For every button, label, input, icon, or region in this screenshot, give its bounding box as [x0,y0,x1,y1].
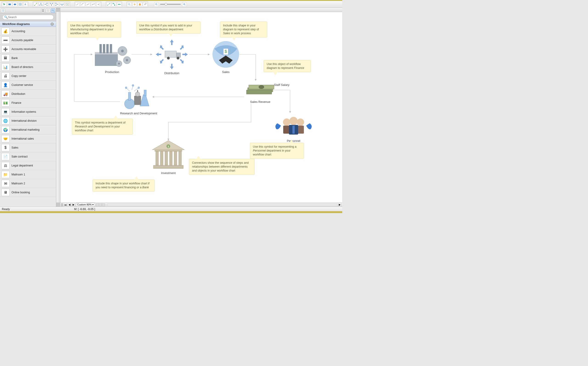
split-connector[interactable] [96,2,101,7]
list-view-button[interactable] [46,8,50,13]
callout-finance[interactable]: Use this object of workflow diagram to r… [264,60,311,72]
node-sales[interactable]: $ Sales [210,39,242,74]
library-title-bar[interactable]: Workflow diagrams × [0,21,56,27]
svg-rect-19 [55,3,56,3]
stencil-item[interactable]: 💻Information systems [0,107,56,116]
stencil-item[interactable]: 🏛Bank [0,54,56,63]
canvas[interactable]: Production [61,12,342,203]
table-tool[interactable] [18,2,23,7]
ellipse-tool[interactable] [13,2,17,7]
stencil-item[interactable]: 🖨Copy center [0,72,56,81]
smart-connector-1[interactable] [106,2,111,7]
node-label: Sales Revenue [250,100,270,104]
zoom-thumb[interactable] [165,3,167,6]
splitter-handle[interactable] [61,203,63,206]
svg-point-83 [135,92,140,96]
node-rnd[interactable]: Research and Development [120,83,157,115]
main-toolbar: A [0,1,342,8]
callout-connectors[interactable]: Connectors show the sequence of steps an… [189,159,254,175]
tree-tool-2[interactable] [44,2,48,7]
svg-point-85 [125,87,127,89]
stencil-item[interactable]: 💵Finance [0,99,56,107]
stencil-label: Legal department [11,164,33,167]
svg-rect-98 [292,126,295,134]
svg-rect-0 [8,3,11,5]
stencil-item[interactable]: 🌐International division [0,116,56,125]
scroll-right-button[interactable]: ▶ [338,203,341,206]
stencil-item[interactable]: ➕Accounts receivable [0,45,56,54]
svg-rect-13 [47,3,48,3]
stencil-item[interactable]: 👤Customer service [0,81,56,90]
line-connector[interactable] [75,2,80,7]
node-production[interactable]: Production [92,39,132,74]
callout-sales[interactable]: Include this shape in your diagram to re… [220,22,267,38]
first-page-button[interactable]: ⏮ [64,203,67,206]
stencil-label: Accounting [11,30,25,33]
orthogonal-connector[interactable] [91,2,96,7]
pan-tool[interactable] [132,2,137,7]
callout-distribution[interactable]: Use this symbol if you want to add in yo… [136,22,200,33]
stencil-item[interactable]: ⚖Legal department [0,161,56,170]
zoom-track[interactable] [160,4,181,5]
status-coords: M: [ -6.69, -9.05 ] [74,207,95,211]
zoom-slider [154,2,187,7]
node-distribution[interactable]: Distribution [152,38,191,75]
text-tool[interactable]: A [23,2,28,7]
callout-rnd[interactable]: This symbol represents a department of R… [72,119,133,135]
node-label: Production [105,70,119,74]
stencil-label: International division [11,119,37,122]
svg-rect-9 [40,3,41,3]
prev-page-button[interactable]: ◀ [68,203,71,206]
insert-tool[interactable] [65,2,69,7]
zoom-in-button[interactable] [182,2,187,7]
callout-investment[interactable]: Include this shape in your workflow char… [92,180,155,191]
callout-personnel[interactable]: Use this symbol for representing a Perso… [250,143,304,159]
stencil-thumb: ➖ [1,37,10,44]
tree-view-button[interactable] [1,8,5,13]
smart-connector-2[interactable] [112,2,116,7]
svg-point-67 [121,50,124,52]
stencil-item[interactable]: ➖Accounts payable [0,36,56,45]
eyedropper-tool[interactable] [143,2,147,7]
zoom-out-button[interactable] [154,2,159,7]
stencil-item[interactable]: 🚚Distribution [0,90,56,99]
grid-view-button[interactable] [41,8,45,13]
search-input[interactable] [2,15,54,20]
stencil-item[interactable]: 📊Board of directors [0,63,56,72]
node-revenue[interactable]: Sales Revenue [244,78,276,104]
search-view-button[interactable] [51,8,55,13]
stencil-item[interactable]: 🌍International marketing [0,125,56,134]
stencil-item[interactable]: ✉Mailroom 2 [0,179,56,188]
tree-tool-3[interactable] [49,2,54,7]
smart-connector-3[interactable] [117,2,122,7]
hscroll-track[interactable] [107,203,337,206]
stencil-item[interactable]: 📄Sale contract [0,152,56,161]
page-thumbnails[interactable] [96,203,105,206]
bezier-connector[interactable] [86,2,90,7]
chain-tool[interactable] [60,2,64,7]
zoom-tool[interactable] [127,2,132,7]
stencil-item[interactable]: 📁Mailroom 1 [0,170,56,179]
stencil-item[interactable]: 🖥Online booking [0,188,56,197]
stencil-thumb: 💻 [1,108,10,115]
node-personnel[interactable]: Personnel [274,113,313,143]
pointer-tool[interactable] [2,2,7,7]
arc-connector[interactable] [80,2,85,7]
zoom-select[interactable]: Custom 80% ▾ [76,203,95,207]
svg-rect-23 [63,4,64,4]
node-investment[interactable]: $ Investment [150,138,187,175]
stencil-label: Distribution [11,92,25,96]
stencil-item[interactable]: 🤝International sales [0,134,56,143]
stamp-tool[interactable] [137,2,142,7]
next-page-button[interactable]: ▶ [72,203,75,206]
rect-tool[interactable] [7,2,12,7]
close-library-button[interactable]: × [51,23,54,26]
svg-rect-80 [128,92,131,100]
segment-tool[interactable] [33,2,38,7]
callout-production[interactable]: Use this symbol for representing a Manuf… [67,22,121,38]
stencil-item[interactable]: 💰Accounting [0,27,56,36]
toolbar-group-view [126,1,148,7]
tree-tool-1[interactable] [38,2,43,7]
tree-tool-4[interactable] [54,2,59,7]
stencil-item[interactable]: $Sales [0,143,56,152]
